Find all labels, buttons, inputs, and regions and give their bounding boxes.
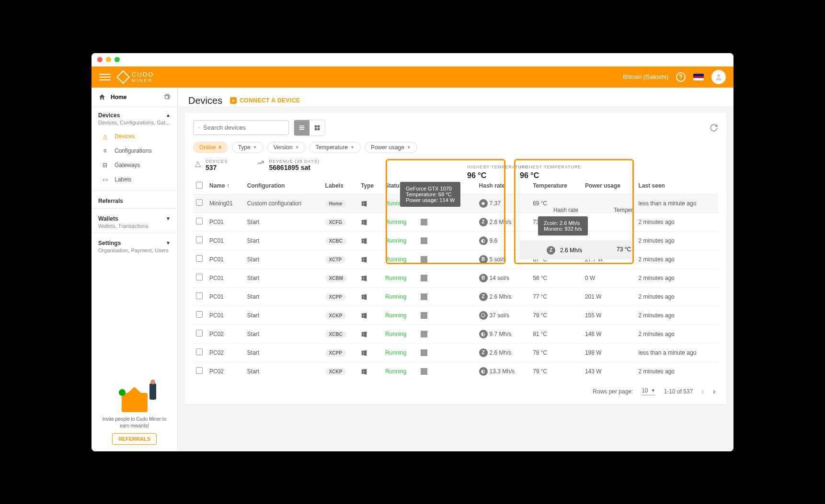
sidebar-item-gateways[interactable]: ⊟Gateways (92, 158, 177, 172)
sidebar-section-wallets[interactable]: Wallets▼ Wallets, Transactions (92, 211, 177, 231)
sidebar-item-devices[interactable]: △Devices (92, 129, 177, 144)
chip-remove-icon[interactable]: × (218, 144, 222, 151)
label-tag[interactable]: XCKP (325, 368, 346, 375)
cell-processors[interactable] (421, 331, 473, 337)
next-page-button[interactable]: › (713, 387, 715, 396)
filter-chip-version[interactable]: Version▼ (267, 142, 306, 153)
rows-per-page-label: Rows per page: (593, 388, 633, 395)
table-row[interactable]: PC02 Start XCPP Running Z2.6 Mh/s 78 °C … (193, 343, 718, 362)
rows-per-page-select[interactable]: 10 ▼ (642, 387, 655, 395)
filter-chip-type[interactable]: Type▼ (232, 142, 264, 153)
sidebar-item-labels[interactable]: ▭Labels (92, 172, 177, 187)
column-header[interactable]: Processors (418, 178, 476, 194)
table-row[interactable]: PC01 Start XCBM Running B14 sol/s 58 °C … (193, 269, 718, 287)
select-all-checkbox[interactable] (196, 182, 203, 189)
column-header[interactable]: Configuration (244, 178, 322, 194)
label-tag[interactable]: XCFG (325, 219, 346, 226)
row-checkbox[interactable] (196, 199, 203, 206)
cell-processors[interactable] (421, 312, 473, 319)
menu-icon[interactable] (99, 71, 111, 83)
section-subtitle: Devices, Configurations, Gat... (98, 120, 171, 125)
label-tag[interactable]: XCPP (325, 293, 346, 301)
list-view-button[interactable] (294, 120, 309, 135)
filter-chip-online[interactable]: Online× (193, 142, 228, 153)
column-header[interactable]: Labels (322, 178, 358, 194)
cell-processors[interactable] (421, 200, 473, 207)
sidebar-home[interactable]: Home (98, 93, 126, 101)
sidebar: Home Devices▲ Devices, Configurations, G… (92, 88, 178, 451)
grid-view-button[interactable] (309, 120, 325, 135)
table-row[interactable]: PC02 Start XCKP Running ◐13.3 Mh/s 79 °C… (193, 362, 718, 381)
sidebar-section-settings[interactable]: Settings▼ Organisation, Payment, Users (92, 235, 177, 255)
search-input[interactable] (193, 120, 289, 135)
label-tag[interactable]: XCKP (325, 312, 346, 319)
row-checkbox[interactable] (196, 348, 203, 355)
referrals-button[interactable]: REFERRALS (112, 433, 157, 445)
row-checkbox[interactable] (196, 292, 203, 299)
refresh-icon[interactable] (710, 123, 718, 132)
table-row[interactable]: PC01 Start XCKP Running ⬡37 sol/s 79 °C … (193, 306, 718, 325)
row-checkbox[interactable] (196, 367, 203, 374)
cell-processors[interactable] (421, 256, 473, 263)
chevron-down-icon: ▼ (253, 145, 257, 150)
row-checkbox[interactable] (196, 311, 203, 318)
brand-logo[interactable]: CUDO MINER (118, 71, 154, 83)
chevron-down-icon: ▼ (350, 145, 355, 150)
sidebar-home-label: Home (111, 94, 126, 101)
search-field[interactable] (203, 124, 284, 131)
cell-type (358, 194, 382, 213)
filter-chip-power-usage[interactable]: Power usage▼ (365, 142, 417, 153)
cell-processors[interactable] (421, 275, 473, 281)
cell-last-seen: less than a minute ago (636, 343, 718, 362)
cell-processors[interactable] (421, 237, 473, 244)
user-avatar-icon[interactable] (711, 70, 726, 84)
column-header[interactable]: Hash rate (476, 178, 530, 194)
close-window-button[interactable] (97, 57, 103, 62)
cell-type (358, 231, 382, 250)
row-checkbox[interactable] (196, 218, 203, 224)
cell-processors[interactable] (421, 293, 473, 300)
label-tag[interactable]: XCPP (325, 349, 346, 357)
table-row[interactable]: PC01 Start XCPP Running Z2.6 Mh/s 77 °C … (193, 287, 718, 306)
label-tag[interactable]: XCBC (325, 331, 346, 338)
cell-processors[interactable] (421, 368, 473, 375)
row-checkbox[interactable] (196, 274, 203, 280)
overlay-hash-value: Z2.6 Mh/s (547, 246, 582, 255)
column-header[interactable]: Temperature (530, 178, 582, 194)
gear-icon[interactable] (163, 93, 171, 101)
table-row[interactable]: PC01 Start XCBC Running ◐9.6 2 minutes a… (193, 231, 718, 250)
column-header[interactable]: Name ↑ (206, 178, 244, 194)
coin-icon: ◐ (479, 236, 488, 245)
label-tag[interactable]: XCBM (325, 275, 347, 282)
table-row[interactable]: PC02 Start XCBC Running ◐9.7 Mh/s 81 °C … (193, 325, 718, 343)
column-header[interactable]: Type (358, 178, 382, 194)
cell-processors[interactable] (421, 219, 473, 225)
row-checkbox[interactable] (196, 236, 203, 243)
cell-processors[interactable] (421, 349, 473, 356)
maximize-window-button[interactable] (115, 57, 120, 62)
prev-page-button[interactable]: ‹ (701, 387, 704, 396)
connect-device-button[interactable]: + CONNECT A DEVICE (230, 97, 300, 104)
column-header[interactable]: Status (382, 178, 418, 194)
table-row[interactable]: PC01 Start XCFG Running Z2.6 Mh/s 73 °C … (193, 213, 718, 231)
label-tag[interactable]: Home (325, 200, 346, 207)
row-checkbox[interactable] (196, 255, 203, 262)
column-header[interactable]: Last seen (636, 178, 718, 194)
sidebar-item-configurations[interactable]: ≡Configurations (92, 144, 177, 158)
label-tag[interactable]: XCBC (325, 237, 346, 245)
label-tag[interactable]: XCTP (325, 256, 346, 263)
cell-config: Start (244, 213, 322, 231)
wallet-selector[interactable]: Bitcoin (Satoshi) (623, 73, 668, 80)
minimize-window-button[interactable] (106, 57, 111, 62)
filter-chip-temperature[interactable]: Temperature▼ (309, 142, 361, 153)
sidebar-section-devices[interactable]: Devices▲ Devices, Configurations, Gat... (92, 107, 177, 127)
table-row[interactable]: Mining01 Custom configuration Home Runni… (193, 194, 718, 213)
sidebar-referrals[interactable]: Referrals (92, 193, 177, 206)
cell-name: PC02 (206, 325, 244, 343)
svg-line-2 (200, 128, 200, 128)
help-icon[interactable]: ? (676, 72, 686, 82)
column-header[interactable]: Power usage (582, 178, 636, 194)
row-checkbox[interactable] (196, 330, 203, 336)
table-row[interactable]: PC01 Start XCTP Running B5 sol/s 67 °C 2… (193, 250, 718, 269)
language-flag-icon[interactable] (693, 74, 704, 80)
